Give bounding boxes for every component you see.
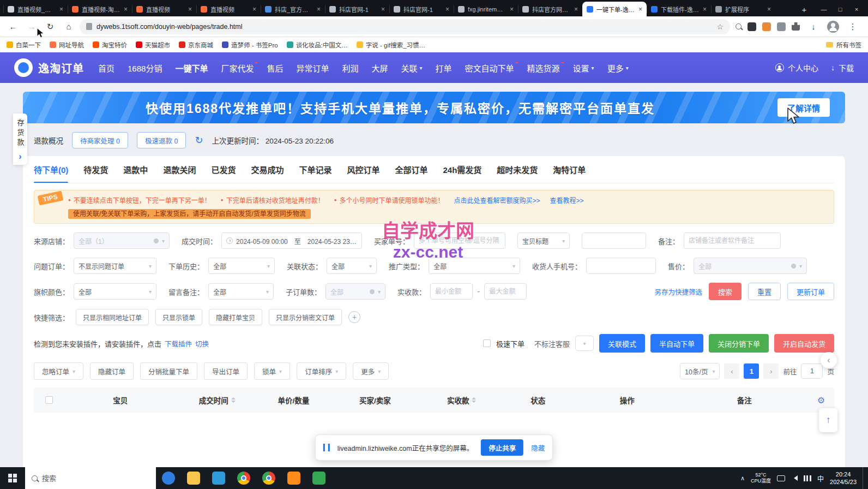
nav-item[interactable]: 密文自动下单 — [465, 62, 514, 74]
user-center-link[interactable]: 个人中心 — [788, 62, 818, 73]
browser-tab[interactable]: 直播视频× — [196, 2, 261, 16]
nav-item[interactable]: 关联▾ — [401, 62, 422, 74]
quick-filter-button[interactable]: 只显示分销密文订单 — [269, 309, 342, 325]
toolbar-button[interactable]: 更多▾ — [353, 362, 389, 380]
tray-expand-icon[interactable]: ∧ — [740, 475, 745, 482]
next-page-button[interactable]: › — [763, 363, 779, 379]
profile-avatar[interactable] — [827, 21, 839, 33]
sort-icon[interactable] — [472, 397, 476, 403]
home-button[interactable]: ⌂ — [61, 19, 76, 34]
browser-tab[interactable]: 抖店_官方版…× — [261, 2, 325, 16]
back-to-top-button[interactable]: ↑ — [819, 408, 837, 432]
extension-icon[interactable] — [762, 22, 771, 31]
nav-item[interactable]: 厂家代发 — [221, 62, 254, 74]
order-tab[interactable]: 交易成功 — [251, 156, 284, 183]
filter-select[interactable]: 宝贝标题▾ — [517, 232, 570, 249]
forward-button[interactable]: → — [24, 19, 39, 34]
order-tab[interactable]: 24h需发货 — [443, 156, 481, 183]
switch-link[interactable]: 切换 — [195, 338, 209, 349]
nav-item[interactable]: 大屏 — [371, 62, 388, 74]
extension-icon[interactable] — [777, 22, 786, 31]
filter-select[interactable]: 全部▾ — [208, 258, 275, 274]
nav-item[interactable]: 精选货源 — [527, 62, 560, 74]
stop-sharing-button[interactable]: 停止共享 — [481, 439, 523, 456]
tab-close-icon[interactable]: × — [445, 5, 449, 13]
select-all-checkbox[interactable] — [45, 396, 53, 404]
page-1-button[interactable]: 1 — [744, 363, 759, 379]
max-amount-input[interactable] — [484, 283, 527, 300]
tab-close-icon[interactable]: × — [381, 5, 385, 13]
filter-input[interactable] — [684, 232, 781, 249]
toolbar-button[interactable]: 导出订单 — [204, 362, 248, 380]
tab-close-icon[interactable]: × — [638, 5, 642, 13]
bookmark-star-icon[interactable]: ☆ — [716, 22, 724, 31]
browser-tab[interactable]: 直播视频_下…× — [3, 2, 68, 16]
tab-close-icon[interactable]: × — [767, 5, 771, 13]
taskbar-app-explorer[interactable] — [181, 467, 206, 489]
maximize-button[interactable]: □ — [832, 2, 848, 16]
close-window-button[interactable]: × — [848, 2, 865, 16]
back-button[interactable]: ← — [5, 19, 21, 34]
taskbar-app-edge[interactable] — [156, 467, 181, 489]
bookmark-item[interactable]: 天猫超市 — [136, 40, 170, 49]
download-plugin-link[interactable]: 下载插件 — [165, 338, 192, 349]
refresh-icon[interactable]: ↻ — [195, 134, 203, 146]
order-tab[interactable]: 退款中 — [123, 156, 148, 183]
learn-more-button[interactable]: 了解详情 — [777, 98, 830, 117]
nav-item[interactable]: 售后 — [267, 62, 283, 74]
volume-icon[interactable] — [791, 475, 798, 481]
mode-button[interactable]: 关联模式 — [599, 334, 645, 353]
nav-item[interactable]: 打单 — [436, 62, 452, 74]
fast-order-checkbox[interactable] — [483, 339, 491, 347]
filter-input[interactable] — [586, 258, 656, 274]
order-tab[interactable]: 待下单(0) — [34, 156, 68, 183]
hide-share-bar-link[interactable]: 隐藏 — [531, 443, 545, 453]
quick-filter-button[interactable]: 只显示相同地址订单 — [76, 309, 149, 325]
date-range-input[interactable]: 2024-05-09 00:00 至 2024-05-23 23:59 — [221, 232, 362, 249]
anchor-select[interactable]: ▾ — [575, 336, 594, 351]
quick-filter-button[interactable]: 隐藏打单宝贝 — [209, 309, 262, 325]
nav-item[interactable]: 设置▾ — [573, 62, 594, 74]
pending-merchant-button[interactable]: 待商家处理 0 — [72, 132, 128, 148]
order-tab[interactable]: 已发货 — [211, 156, 236, 183]
filter-input[interactable] — [582, 232, 646, 249]
bookmark-item[interactable]: 谈化妆品:中国文… — [287, 40, 348, 49]
nav-item[interactable]: 1688分销 — [128, 62, 162, 74]
order-tab[interactable]: 淘特订单 — [553, 156, 586, 183]
tab-close-icon[interactable]: × — [59, 5, 63, 13]
filter-select[interactable]: 不显示问题订单▾ — [74, 258, 156, 274]
goto-page-input[interactable] — [801, 363, 823, 379]
filter-select[interactable]: 全部▾ — [326, 283, 385, 300]
toolbar-button[interactable]: 锁单▾ — [254, 362, 290, 380]
update-orders-button[interactable]: 更新订单 — [787, 283, 834, 300]
taskbar-app-wps[interactable] — [281, 467, 306, 489]
taskbar-clock[interactable]: 20:24 2024/5/23 — [830, 470, 857, 486]
fast-refund-button[interactable]: 极速退款 0 — [137, 132, 186, 148]
nav-item[interactable]: 一键下单 — [175, 62, 208, 74]
order-tab[interactable]: 超时未发货 — [497, 156, 538, 183]
sort-icon[interactable] — [231, 397, 236, 403]
add-quick-filter-button[interactable]: + — [348, 311, 360, 323]
nav-item[interactable]: 利润 — [342, 62, 358, 74]
order-tab[interactable]: 下单记录 — [299, 156, 331, 183]
taskbar-app-store[interactable] — [206, 467, 231, 489]
order-tab[interactable]: 全部订单 — [395, 156, 427, 183]
filter-select[interactable]: 全部▾ — [74, 283, 156, 300]
ime-indicator[interactable]: 中 — [817, 474, 824, 483]
extension-icon[interactable] — [748, 22, 756, 31]
minimize-button[interactable]: — — [816, 2, 832, 16]
bookmark-item[interactable]: 白菜一下 — [7, 40, 41, 49]
nav-item[interactable]: 异常订单 — [296, 62, 329, 74]
taskbar-search-input[interactable] — [42, 474, 149, 482]
mode-button[interactable]: 开启自动发货 — [774, 334, 834, 353]
downloads-icon[interactable]: ↓ — [806, 19, 821, 34]
tab-close-icon[interactable]: × — [317, 5, 321, 13]
display-icon[interactable] — [777, 475, 785, 481]
column-settings-icon[interactable]: ⚙ — [817, 395, 825, 405]
all-bookmarks[interactable]: 所有书签 — [826, 40, 861, 49]
filter-select[interactable]: 全部（1）▾ — [74, 232, 170, 249]
browser-tab[interactable]: 扩展程序× — [711, 2, 775, 16]
taskbar-app-chrome-profile[interactable] — [256, 467, 281, 489]
search-button[interactable]: 搜索 — [709, 283, 742, 300]
bookmark-item[interactable]: 字说 - gif搜索_习惯… — [357, 40, 425, 49]
